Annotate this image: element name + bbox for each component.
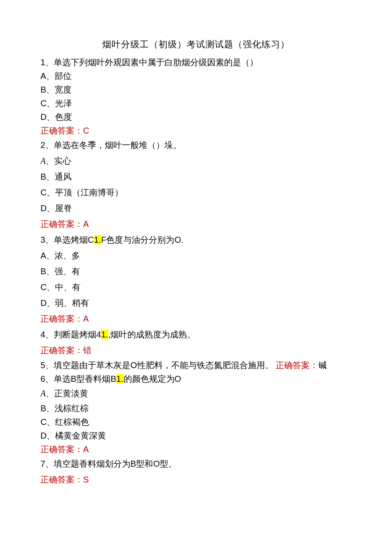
q6-opt-a: A、正黄淡黄 (40, 386, 352, 401)
q4-answer: 正确答案：错 (40, 343, 352, 358)
q1-opt-a: A、部位 (40, 69, 352, 83)
q3-answer: 正确答案：A (40, 311, 352, 327)
q4-stem: 4、判断题烤烟41.,烟叶的成熟度为成熟。 (40, 327, 352, 343)
q1-opt-d: D、色度 (40, 110, 352, 124)
q2-opt-c: C、平顶（江南博哥） (40, 185, 352, 200)
question-2: 2、单选在冬季，烟叶一般堆（）垛。 A、实心 B、通风 C、平顶（江南博哥） D… (40, 137, 352, 232)
q2-answer: 正确答案：A (40, 216, 352, 232)
question-5: 5、填空题由于草木灰是O性肥料，不能与铁态氮肥混合施用。 正确答案：碱 (40, 358, 352, 372)
q3-opt-b: B、强、有 (40, 264, 352, 279)
question-1: 1、单选下列烟叶外观因素中属于白肋烟分级因素的是（） A、部位 B、宽度 C、光… (40, 55, 352, 137)
q7-answer: 正确答案：S (40, 472, 352, 488)
q5-stem: 5、填空题由于草木灰是O性肥料，不能与铁态氮肥混合施用。 正确答案：碱 (40, 358, 352, 372)
q2-stem: 2、单选在冬季，烟叶一般堆（）垛。 (40, 137, 352, 153)
q2-opt-a: A、实心 (40, 153, 352, 169)
q6-answer: 正确答案：A (40, 442, 352, 456)
q2-opt-b: B、通风 (40, 169, 352, 185)
q6-opt-c: C、红棕褐色 (40, 415, 352, 429)
q2-opt-d: D、屋脊 (40, 200, 352, 216)
q3-opt-a: A、浓、多 (40, 248, 352, 264)
q6-opt-b: B、浅棕红棕 (40, 401, 352, 415)
q1-opt-c: C、光泽 (40, 96, 352, 110)
q1-opt-b: B、宽度 (40, 83, 352, 96)
q1-stem: 1、单选下列烟叶外观因素中属于白肋烟分级因素的是（） (40, 55, 352, 69)
document-title: 烟叶分级工（初级）考试测试题（强化练习） (40, 38, 352, 50)
q1-answer: 正确答案：C (40, 124, 352, 137)
q3-opt-c: C、中、有 (40, 279, 352, 295)
q6-stem: 6、单选B型香料烟B1.的颜色规定为O (40, 372, 352, 386)
q3-stem: 3、单选烤烟C1.F色度与油分分别为O. (40, 232, 352, 248)
question-6: 6、单选B型香料烟B1.的颜色规定为O A、正黄淡黄 B、浅棕红棕 C、红棕褐色… (40, 372, 352, 456)
q3-opt-d: D、弱、稍有 (40, 295, 352, 311)
question-3: 3、单选烤烟C1.F色度与油分分别为O. A、浓、多 B、强、有 C、中、有 D… (40, 232, 352, 327)
q7-stem: 7、填空题香料烟划分为B型和O型。 (40, 456, 352, 472)
question-4: 4、判断题烤烟41.,烟叶的成熟度为成熟。 正确答案：错 (40, 327, 352, 358)
question-7: 7、填空题香料烟划分为B型和O型。 正确答案：S (40, 456, 352, 488)
q6-opt-d: D、橘黄金黄深黄 (40, 429, 352, 442)
